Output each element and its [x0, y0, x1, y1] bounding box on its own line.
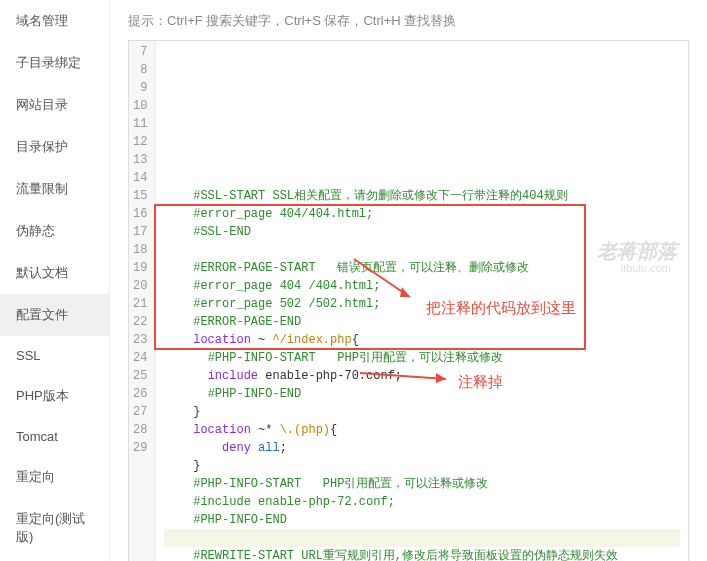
- sidebar-item-3[interactable]: 目录保护: [0, 126, 109, 168]
- code-content[interactable]: 把注释的代码放到这里 注释掉 #SSL-START SSL相关配置，请勿删除或修…: [156, 41, 688, 561]
- sidebar-item-6[interactable]: 默认文档: [0, 252, 109, 294]
- code-line: #PHP-INFO-END: [164, 385, 680, 403]
- code-line: }: [164, 457, 680, 475]
- code-line: #SSL-END: [164, 223, 680, 241]
- sidebar-item-5[interactable]: 伪静态: [0, 210, 109, 252]
- code-line: #error_page 404/404.html;: [164, 205, 680, 223]
- code-line: #ERROR-PAGE-END: [164, 313, 680, 331]
- sidebar-item-11[interactable]: 重定向: [0, 456, 109, 498]
- code-line: #SSL-START SSL相关配置，请勿删除或修改下一行带注释的404规则: [164, 187, 680, 205]
- code-line: include enable-php-70.conf;: [164, 367, 680, 385]
- sidebar-item-10[interactable]: Tomcat: [0, 417, 109, 456]
- code-line: deny all;: [164, 439, 680, 457]
- code-line: #error_page 502 /502.html;: [164, 295, 680, 313]
- code-line: #PHP-INFO-END: [164, 511, 680, 529]
- code-line: location ~ ^/index.php{: [164, 331, 680, 349]
- code-line: #include enable-php-72.conf;: [164, 493, 680, 511]
- code-line: [164, 241, 680, 259]
- sidebar: 域名管理子目录绑定网站目录目录保护流量限制伪静态默认文档配置文件SSLPHP版本…: [0, 0, 110, 561]
- sidebar-item-4[interactable]: 流量限制: [0, 168, 109, 210]
- code-editor[interactable]: 7891011121314151617181920212223242526272…: [128, 40, 689, 561]
- code-line: #PHP-INFO-START PHP引用配置，可以注释或修改: [164, 475, 680, 493]
- code-line: }: [164, 403, 680, 421]
- code-line: [164, 529, 680, 547]
- sidebar-item-12[interactable]: 重定向(测试版): [0, 498, 109, 558]
- sidebar-item-9[interactable]: PHP版本: [0, 375, 109, 417]
- code-line: [164, 169, 680, 187]
- code-line: #REWRITE-START URL重写规则引用,修改后将导致面板设置的伪静态规…: [164, 547, 680, 561]
- code-line: #PHP-INFO-START PHP引用配置，可以注释或修改: [164, 349, 680, 367]
- sidebar-item-0[interactable]: 域名管理: [0, 0, 109, 42]
- line-gutter: 7891011121314151617181920212223242526272…: [129, 41, 156, 561]
- sidebar-item-7[interactable]: 配置文件: [0, 294, 109, 336]
- main-panel: 提示：Ctrl+F 搜索关键字，Ctrl+S 保存，Ctrl+H 查找替换 78…: [110, 0, 707, 561]
- code-line: #error_page 404 /404.html;: [164, 277, 680, 295]
- sidebar-item-1[interactable]: 子目录绑定: [0, 42, 109, 84]
- editor-hint: 提示：Ctrl+F 搜索关键字，Ctrl+S 保存，Ctrl+H 查找替换: [128, 12, 689, 30]
- sidebar-item-8[interactable]: SSL: [0, 336, 109, 375]
- code-line: #ERROR-PAGE-START 错误页配置，可以注释、删除或修改: [164, 259, 680, 277]
- code-line: location ~* \.(php){: [164, 421, 680, 439]
- sidebar-item-2[interactable]: 网站目录: [0, 84, 109, 126]
